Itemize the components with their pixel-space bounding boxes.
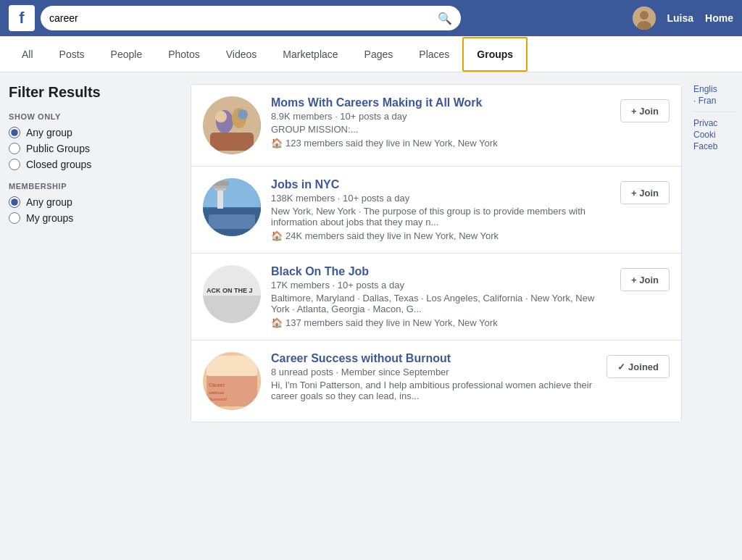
tab-videos[interactable]: Videos [213, 38, 270, 70]
search-input[interactable] [49, 12, 432, 24]
group-thumbnail: ACK ON THE J [203, 265, 261, 323]
group-name-link[interactable]: Black On The Job [271, 265, 610, 278]
svg-rect-16 [209, 214, 255, 229]
svg-point-1 [640, 11, 649, 20]
membership-my-groups-radio[interactable] [9, 212, 20, 224]
group-name-link[interactable]: Career Success without Burnout [271, 352, 596, 365]
tab-people[interactable]: People [98, 38, 156, 70]
group-card: ACK ON THE J Black On The Job 17K member… [191, 254, 681, 340]
avatar[interactable] [633, 7, 656, 30]
lang-french-link[interactable]: · Fran [693, 96, 736, 106]
group-meta: 17K members · 10+ posts a day [271, 280, 610, 291]
privacy-link[interactable]: Privac [693, 118, 736, 128]
group-desc: New York, New York · The purpose of this… [271, 206, 610, 227]
membership-any-group-radio[interactable] [9, 196, 20, 208]
svg-text:without: without [208, 390, 224, 395]
svg-text:Career: Career [209, 383, 225, 388]
svg-rect-8 [210, 133, 254, 151]
group-card: Jobs in NYC 138K members · 10+ posts a d… [191, 167, 681, 254]
right-sidebar: Englis · Fran Privac Cooki Faceb [688, 84, 742, 422]
show-public-groups-radio[interactable] [9, 143, 20, 154]
home-icon: 🏠 [271, 138, 283, 149]
join-button-area: + Join [620, 96, 670, 122]
show-closed-groups-label: Closed groups [26, 159, 91, 170]
tab-pages[interactable]: Pages [351, 38, 407, 70]
tab-all[interactable]: All [9, 38, 46, 70]
group-meta: 8.9K members · 10+ posts a day [271, 111, 610, 122]
group-desc: Baltimore, Maryland · Dallas, Texas · Lo… [271, 293, 610, 314]
show-any-group-radio[interactable] [9, 127, 20, 138]
lang-english-link[interactable]: Englis [693, 84, 736, 94]
username-label: Luisa [667, 12, 694, 24]
results-container: Moms With Careers Making it All Work 8.9… [191, 84, 682, 422]
membership-my-groups-label: My groups [26, 212, 73, 224]
joined-button-area: ✓ Joined [606, 352, 670, 378]
search-bar: 🔍 [41, 6, 461, 30]
membership-any-group-option[interactable]: Any group [9, 196, 176, 208]
join-button-area: + Join [620, 265, 670, 291]
join-button[interactable]: + Join [620, 181, 670, 204]
top-navigation: f 🔍 Luisa Home [0, 0, 742, 36]
group-info: Career Success without Burnout 8 unread … [271, 352, 596, 404]
sidebar-divider [693, 112, 736, 112]
results-area: Moms With Careers Making it All Work 8.9… [185, 84, 688, 422]
group-info: Black On The Job 17K members · 10+ posts… [271, 265, 610, 328]
group-info: Moms With Careers Making it All Work 8.9… [271, 96, 610, 149]
group-desc: GROUP MISSION:... [271, 124, 610, 135]
group-name-link[interactable]: Moms With Careers Making it All Work [271, 96, 610, 109]
membership-any-group-label: Any group [26, 196, 72, 208]
group-card: Career without Burnout! Career Success w… [191, 340, 681, 422]
avatar-image [633, 7, 656, 30]
group-desc: Hi, I'm Toni Patterson, and I help ambit… [271, 380, 596, 401]
main-layout: Filter Results SHOW ONLY Any group Publi… [0, 72, 742, 434]
svg-text:ACK ON THE J: ACK ON THE J [207, 287, 253, 294]
group-thumbnail [203, 178, 261, 236]
group-location: 🏠 24K members said they live in New York… [271, 230, 610, 241]
nav-right: Luisa Home [633, 7, 733, 30]
tab-marketplace[interactable]: Marketplace [270, 38, 351, 70]
joined-button[interactable]: ✓ Joined [606, 355, 670, 378]
home-icon: 🏠 [271, 230, 283, 241]
svg-rect-25 [207, 356, 257, 376]
show-closed-groups-option[interactable]: Closed groups [9, 159, 176, 170]
svg-rect-19 [203, 296, 261, 323]
group-meta: 138K members · 10+ posts a day [271, 193, 610, 204]
show-any-group-label: Any group [26, 127, 72, 138]
membership-my-groups-option[interactable]: My groups [9, 212, 176, 224]
svg-rect-11 [217, 189, 223, 211]
show-public-groups-label: Public Groups [26, 143, 90, 154]
tab-posts[interactable]: Posts [46, 38, 98, 70]
svg-text:Burnout!: Burnout! [209, 397, 227, 401]
group-name-link[interactable]: Jobs in NYC [271, 178, 610, 191]
tab-places[interactable]: Places [406, 38, 462, 70]
home-link[interactable]: Home [705, 12, 733, 24]
facebook-logo[interactable]: f [9, 5, 35, 31]
group-thumbnail [203, 96, 261, 154]
show-any-group-option[interactable]: Any group [9, 127, 176, 138]
join-button[interactable]: + Join [620, 99, 670, 122]
svg-rect-14 [212, 181, 229, 185]
facebook-link[interactable]: Faceb [693, 141, 736, 151]
tab-groups[interactable]: Groups [462, 37, 528, 72]
svg-point-6 [215, 111, 227, 122]
cookies-link[interactable]: Cooki [693, 130, 736, 140]
group-thumbnail: Career without Burnout! [203, 352, 261, 410]
group-location: 🏠 137 members said they live in New York… [271, 317, 610, 328]
svg-point-7 [238, 109, 248, 120]
show-closed-groups-radio[interactable] [9, 159, 20, 170]
filter-results-title: Filter Results [9, 84, 176, 101]
tabs-bar: All Posts People Photos Videos Marketpla… [0, 36, 742, 72]
membership-label: MEMBERSHIP [9, 182, 176, 191]
search-icon[interactable]: 🔍 [438, 12, 452, 25]
filter-sidebar: Filter Results SHOW ONLY Any group Publi… [0, 84, 185, 422]
group-location: 🏠 123 members said they live in New York… [271, 138, 610, 149]
join-button-area: + Join [620, 178, 670, 204]
group-info: Jobs in NYC 138K members · 10+ posts a d… [271, 178, 610, 241]
group-meta: 8 unread posts · Member since September [271, 367, 596, 377]
show-only-label: SHOW ONLY [9, 112, 176, 121]
group-card: Moms With Careers Making it All Work 8.9… [191, 85, 681, 167]
tab-photos[interactable]: Photos [155, 38, 213, 70]
show-public-groups-option[interactable]: Public Groups [9, 143, 176, 154]
home-icon: 🏠 [271, 317, 283, 328]
join-button[interactable]: + Join [620, 268, 670, 291]
